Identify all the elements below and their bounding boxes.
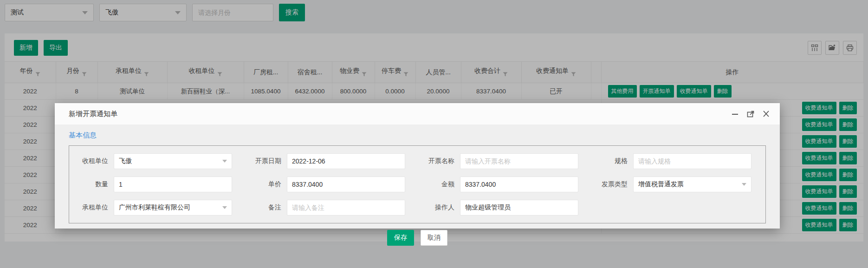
section-title: 基本信息 bbox=[69, 131, 766, 140]
maximize-icon[interactable] bbox=[747, 111, 754, 118]
field-label: 开票日期 bbox=[244, 157, 287, 165]
modal-body: 基本信息 收租单位 飞傲 开票日期 开票名称 规格 数量 bbox=[55, 124, 780, 223]
modal-footer: 保存 取消 bbox=[55, 223, 780, 253]
chevron-down-icon bbox=[742, 183, 746, 186]
field-label: 备注 bbox=[244, 203, 287, 212]
invoice-date-input-wrap bbox=[287, 153, 405, 169]
cancel-button[interactable]: 取消 bbox=[421, 230, 447, 246]
unit-price-input-wrap bbox=[287, 176, 405, 192]
amount-input-wrap bbox=[460, 176, 578, 192]
field-label: 数量 bbox=[71, 180, 114, 189]
tenant-field: 承租单位 广州市利莱鞋楦有限公司 bbox=[71, 200, 244, 216]
invoice-type-field: 发票类型 增值税普通发票 bbox=[590, 176, 764, 192]
field-label: 承租单位 bbox=[71, 203, 114, 212]
landlord-field: 收租单位 飞傲 bbox=[71, 153, 244, 169]
remark-field: 备注 bbox=[244, 200, 417, 216]
modal-window-controls bbox=[723, 111, 770, 118]
quantity-input[interactable] bbox=[119, 181, 227, 188]
amount-field: 金额 bbox=[417, 176, 590, 192]
operator-field: 操作人 bbox=[417, 200, 590, 216]
minimize-icon[interactable] bbox=[732, 111, 738, 117]
spec-input-wrap bbox=[633, 153, 751, 169]
invoice-name-field: 开票名称 bbox=[417, 153, 590, 169]
invoice-type-select[interactable]: 增值税普通发票 bbox=[633, 176, 751, 192]
chevron-down-icon bbox=[222, 206, 227, 209]
field-label: 发票类型 bbox=[590, 180, 633, 189]
field-label: 开票名称 bbox=[417, 157, 460, 165]
chevron-down-icon bbox=[222, 160, 227, 163]
invoice-name-input[interactable] bbox=[465, 157, 573, 165]
invoice-date-field: 开票日期 bbox=[244, 153, 417, 169]
remark-input[interactable] bbox=[292, 204, 400, 211]
tenant-select[interactable]: 广州市利莱鞋楦有限公司 bbox=[114, 200, 232, 216]
close-icon[interactable] bbox=[763, 111, 770, 117]
field-label: 单价 bbox=[244, 180, 287, 189]
field-label: 收租单位 bbox=[71, 157, 114, 165]
operator-input[interactable] bbox=[465, 204, 573, 211]
invoice-form: 收租单位 飞傲 开票日期 开票名称 规格 数量 单价 bbox=[69, 145, 766, 223]
modal-title: 新增开票通知单 bbox=[69, 110, 117, 118]
landlord-select[interactable]: 飞傲 bbox=[114, 153, 232, 169]
remark-input-wrap bbox=[287, 200, 405, 216]
save-button[interactable]: 保存 bbox=[387, 230, 414, 246]
modal-header: 新增开票通知单 bbox=[55, 103, 780, 124]
field-label: 金额 bbox=[417, 180, 460, 189]
quantity-field: 数量 bbox=[71, 176, 244, 192]
spec-input[interactable] bbox=[638, 157, 746, 165]
field-label: 操作人 bbox=[417, 203, 460, 212]
unit-price-input[interactable] bbox=[292, 181, 400, 188]
quantity-input-wrap bbox=[114, 176, 232, 192]
amount-input[interactable] bbox=[465, 181, 573, 188]
operator-input-wrap bbox=[460, 200, 578, 216]
invoice-date-input[interactable] bbox=[292, 157, 400, 165]
new-invoice-notice-modal: 新增开票通知单 基本信息 收租单位 飞傲 开票日期 开票名称 规格 bbox=[55, 103, 780, 229]
empty-grid-cell bbox=[590, 200, 764, 216]
unit-price-field: 单价 bbox=[244, 176, 417, 192]
spec-field: 规格 bbox=[590, 153, 764, 169]
invoice-name-input-wrap bbox=[460, 153, 578, 169]
field-label: 规格 bbox=[590, 157, 633, 165]
